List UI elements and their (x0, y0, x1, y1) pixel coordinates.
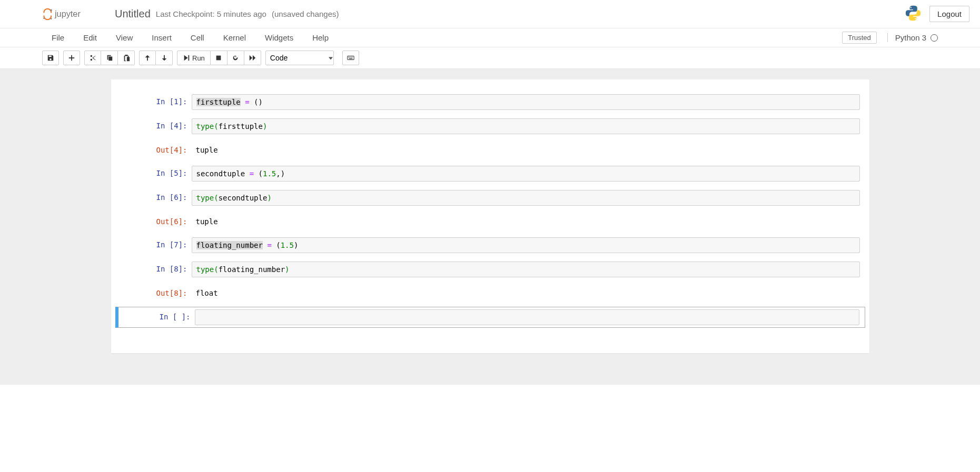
kernel-name[interactable]: Python 3 (887, 33, 930, 42)
svg-rect-12 (352, 57, 352, 57)
input-prompt: In [ ]: (118, 309, 195, 325)
input-prompt: In [5]: (115, 166, 192, 182)
svg-rect-9 (348, 57, 349, 57)
code-input[interactable]: type(secondtuple) (192, 190, 860, 206)
trusted-badge[interactable]: Trusted (842, 32, 877, 44)
code-input[interactable]: type(floating_number) (192, 262, 860, 277)
output-text: tuple (192, 143, 860, 157)
scissors-icon (89, 54, 96, 62)
svg-rect-10 (350, 57, 350, 57)
code-cell[interactable]: In [6]:type(secondtuple) (115, 188, 865, 208)
play-step-icon (183, 54, 190, 62)
keyboard-icon (347, 54, 354, 62)
stop-icon (215, 54, 222, 62)
toolbar: Run Code (0, 47, 980, 68)
code-input[interactable] (195, 309, 859, 325)
menu-insert[interactable]: Insert (142, 30, 181, 45)
code-cell[interactable]: In [4]:type(firsttuple) (115, 116, 865, 136)
svg-rect-8 (348, 56, 354, 60)
code-input[interactable]: floating_number = (1.5) (192, 237, 860, 253)
paste-icon (123, 54, 130, 62)
menu-kernel[interactable]: Kernel (214, 30, 255, 45)
code-input[interactable]: type(firsttuple) (192, 118, 860, 134)
input-prompt: In [1]: (115, 94, 192, 110)
run-button[interactable]: Run (177, 51, 211, 65)
menubar: File Edit View Insert Cell Kernel Widget… (0, 28, 980, 47)
move-up-button[interactable] (139, 51, 156, 65)
output-row: Out[4]:tuple (115, 140, 865, 159)
command-palette-button[interactable] (342, 51, 359, 65)
copy-icon (106, 54, 113, 62)
svg-point-1 (50, 9, 52, 11)
save-button[interactable] (42, 51, 59, 65)
unsaved-text: (unsaved changes) (272, 9, 339, 18)
code-cell[interactable]: In [ ]: (115, 307, 865, 328)
menu-file[interactable]: File (42, 30, 74, 45)
python-logo-icon (904, 4, 922, 24)
restart-icon (232, 54, 239, 62)
output-row: Out[6]:tuple (115, 212, 865, 231)
svg-text:jupyter: jupyter (54, 9, 81, 18)
menu-edit[interactable]: Edit (74, 30, 106, 45)
code-cell[interactable]: In [5]:secondtuple = (1.5,) (115, 164, 865, 184)
svg-rect-7 (216, 56, 221, 61)
output-text: tuple (192, 214, 860, 229)
add-cell-button[interactable] (63, 51, 80, 65)
menu-cell[interactable]: Cell (181, 30, 214, 45)
arrow-down-icon (161, 54, 168, 62)
svg-rect-13 (349, 58, 352, 59)
interrupt-button[interactable] (211, 51, 227, 65)
svg-point-6 (915, 18, 916, 19)
cut-button[interactable] (84, 51, 101, 65)
svg-rect-11 (351, 57, 351, 57)
output-prompt: Out[8]: (115, 286, 192, 300)
jupyter-logo[interactable]: jupyter (42, 7, 105, 22)
logout-button[interactable]: Logout (929, 6, 969, 22)
input-prompt: In [7]: (115, 237, 192, 253)
menu-view[interactable]: View (106, 30, 142, 45)
cell-type-select[interactable]: Code (265, 51, 334, 65)
output-prompt: Out[4]: (115, 143, 192, 157)
run-label: Run (192, 54, 205, 62)
svg-point-5 (910, 7, 912, 8)
menubar-container: File Edit View Insert Cell Kernel Widget… (0, 28, 980, 69)
code-cell[interactable]: In [7]:floating_number = (1.5) (115, 235, 865, 255)
restart-run-all-button[interactable] (244, 51, 261, 65)
checkpoint-text: Last Checkpoint: 5 minutes ago (156, 9, 266, 18)
save-icon (47, 54, 54, 62)
output-prompt: Out[6]: (115, 214, 192, 229)
paste-button[interactable] (118, 51, 135, 65)
move-down-button[interactable] (156, 51, 173, 65)
notebook: In [1]:firsttuple = ()In [4]:type(firstt… (111, 79, 869, 353)
code-input[interactable]: firsttuple = () (192, 94, 860, 110)
arrow-up-icon (144, 54, 151, 62)
notebook-background: In [1]:firsttuple = ()In [4]:type(firstt… (0, 69, 980, 385)
input-prompt: In [8]: (115, 262, 192, 277)
code-input[interactable]: secondtuple = (1.5,) (192, 166, 860, 182)
svg-point-3 (51, 18, 52, 19)
kernel-status-icon (930, 34, 938, 42)
input-prompt: In [6]: (115, 190, 192, 206)
output-text: float (192, 286, 860, 300)
menu-help[interactable]: Help (303, 30, 338, 45)
notebook-title[interactable]: Untitled (115, 8, 151, 20)
code-cell[interactable]: In [8]:type(floating_number) (115, 259, 865, 279)
code-cell[interactable]: In [1]:firsttuple = () (115, 92, 865, 112)
input-prompt: In [4]: (115, 118, 192, 134)
header: jupyter Untitled Last Checkpoint: 5 minu… (0, 0, 980, 28)
svg-point-2 (43, 17, 44, 18)
menu-widgets[interactable]: Widgets (255, 30, 303, 45)
output-row: Out[8]:float (115, 284, 865, 303)
plus-icon (68, 54, 75, 62)
copy-button[interactable] (101, 51, 118, 65)
fast-forward-icon (249, 54, 256, 62)
restart-button[interactable] (227, 51, 244, 65)
